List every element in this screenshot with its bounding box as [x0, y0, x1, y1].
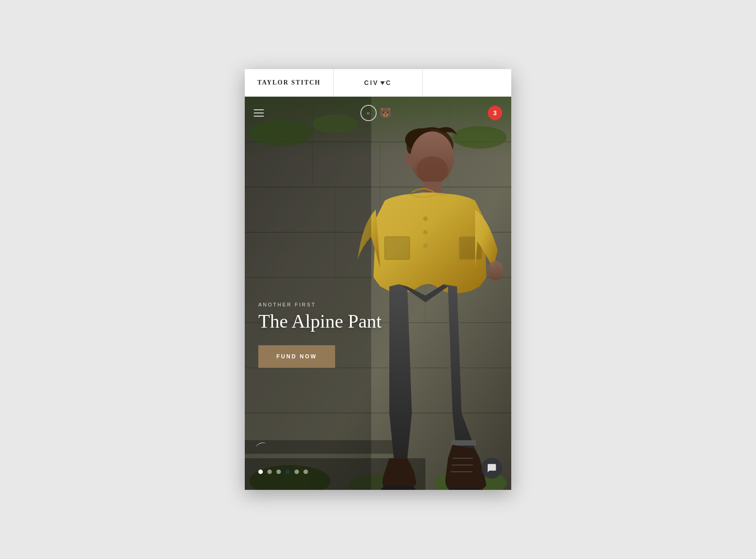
pagination-dot-4[interactable]	[285, 470, 290, 474]
man-figure	[245, 97, 511, 490]
tab-civic[interactable]: CIV C	[334, 69, 423, 96]
svg-point-32	[423, 244, 428, 248]
top-navigation: TAYLOR STITCH CIV C	[245, 69, 511, 97]
tab-empty	[423, 69, 511, 96]
civic-label-left: CIV	[364, 79, 378, 86]
svg-point-33	[487, 261, 504, 281]
pagination-dot-3[interactable]	[276, 470, 281, 474]
civic-label-right: C	[386, 79, 392, 86]
svg-point-30	[423, 216, 428, 221]
pagination-dot-6[interactable]	[303, 470, 308, 474]
pagination-dots	[258, 470, 308, 474]
hamburger-line-3	[254, 116, 264, 117]
cart-badge[interactable]: 3	[488, 106, 502, 120]
svg-rect-28	[385, 237, 410, 259]
bear-icon: 🐻	[379, 107, 392, 119]
hero-header: ts 🐻 3	[245, 97, 511, 129]
tab-taylor-stitch[interactable]: TAYLOR STITCH	[245, 69, 334, 96]
svg-rect-40	[245, 97, 371, 490]
chat-icon	[487, 463, 497, 473]
hamburger-menu[interactable]	[254, 109, 264, 117]
hero-text-block: ANOTHER FIRST The Alpine Pant FUND NOW	[258, 302, 382, 368]
logo-area: ts 🐻	[360, 105, 392, 121]
pagination-dot-5[interactable]	[294, 470, 299, 474]
pagination-dot-1[interactable]	[258, 470, 263, 474]
hamburger-line-2	[254, 113, 264, 113]
hero-section: ts 🐻 3 ANOTHER FIRST The Alpine Pant FUN…	[245, 97, 511, 490]
hamburger-line-1	[254, 109, 264, 110]
svg-point-25	[416, 156, 448, 183]
chat-button[interactable]	[481, 458, 502, 479]
svg-rect-34	[451, 440, 476, 446]
pagination-dot-2[interactable]	[267, 470, 272, 474]
svg-point-16	[453, 126, 507, 149]
svg-point-26	[405, 154, 414, 166]
fund-now-button[interactable]: FUND NOW	[258, 345, 335, 368]
svg-point-31	[423, 230, 428, 235]
hero-title: The Alpine Pant	[258, 311, 382, 332]
phone-frame: TAYLOR STITCH CIV C	[245, 69, 511, 490]
hero-subtitle: ANOTHER FIRST	[258, 302, 382, 307]
civic-triangle-icon	[380, 81, 385, 85]
taylor-stitch-logo: ts	[360, 105, 377, 121]
